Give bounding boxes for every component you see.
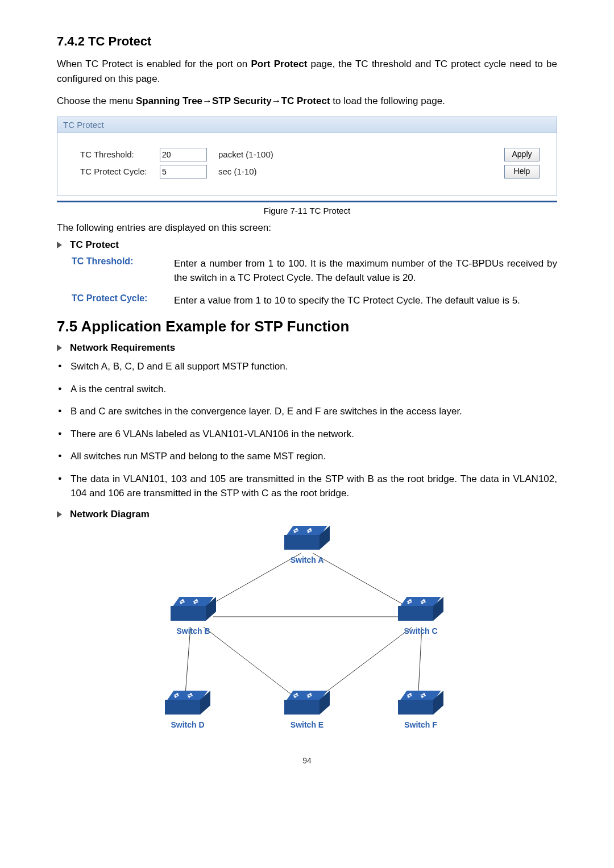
apply-button[interactable]: Apply [504, 148, 540, 161]
def-desc-cycle: Enter a value from 1 to 10 to specify th… [174, 293, 557, 308]
heading-7-5: 7.5 Application Example for STP Function [57, 318, 557, 335]
switch-icon: ⇄ ⇄ [171, 597, 216, 624]
panel-divider [57, 201, 557, 202]
bold-port-protect: Port Protect [251, 59, 307, 69]
req-item: The data in VLAN101, 103 and 105 are tra… [57, 472, 557, 501]
tc-protect-panel: TC Protect TC Threshold: packet (1-100) … [57, 117, 557, 196]
menu-path-bold: Spanning Tree→STP Security→TC Protect [136, 95, 330, 106]
panel-title: TC Protect [57, 117, 557, 133]
def-desc-threshold: Enter a number from 1 to 100. It is the … [174, 256, 557, 285]
switch-icon: ⇄ ⇄ [398, 691, 443, 718]
network-diagram-heading: Network Diagram [70, 509, 150, 520]
req-item: There are 6 VLANs labeled as VLAN101-VLA… [57, 427, 557, 442]
req-item: All switches run MSTP and belong to the … [57, 449, 557, 464]
switch-c-label: Switch C [392, 626, 449, 636]
entries-intro: The following entries are displayed on t… [57, 222, 557, 234]
network-diagram: ⇄ ⇄ Switch A ⇄ ⇄ Switch B ⇄ ⇄ Switch C [159, 526, 455, 742]
requirements-list: Switch A, B, C, D and E all support MSTP… [57, 359, 557, 501]
req-item: A is the central switch. [57, 382, 557, 397]
tc-protect-cycle-label: TC Protect Cycle: [80, 167, 160, 176]
def-term-threshold: TC Threshold: [72, 256, 174, 285]
switch-d-label: Switch D [159, 720, 216, 729]
switch-d: ⇄ ⇄ Switch D [159, 691, 216, 729]
tc-protect-cycle-input[interactable] [160, 165, 207, 178]
switch-b: ⇄ ⇄ Switch B [165, 597, 222, 636]
menu-path-paragraph: Choose the menu Spanning Tree→STP Securi… [57, 94, 557, 109]
tc-protect-cycle-hint: sec (1-10) [218, 167, 257, 176]
menu-para-prefix: Choose the menu [57, 95, 136, 106]
switch-a-label: Switch A [279, 555, 335, 564]
tc-threshold-hint: packet (1-100) [218, 149, 273, 159]
switch-b-label: Switch B [165, 626, 222, 636]
figure-caption: Figure 7-11 TC Protect [57, 206, 557, 215]
switch-icon: ⇄ ⇄ [284, 526, 330, 553]
switch-e-label: Switch E [279, 720, 335, 729]
tc-threshold-label: TC Threshold: [80, 149, 160, 159]
entries-heading: TC Protect [70, 239, 119, 251]
network-requirements-heading: Network Requirements [70, 342, 175, 354]
page-number: 94 [57, 756, 557, 765]
triangle-icon [57, 242, 62, 248]
switch-e: ⇄ ⇄ Switch E [279, 691, 335, 729]
heading-7-4-2: 7.4.2 TC Protect [57, 34, 557, 49]
switch-icon: ⇄ ⇄ [165, 691, 210, 718]
switch-icon: ⇄ ⇄ [398, 597, 443, 624]
req-item: Switch A, B, C, D and E all support MSTP… [57, 359, 557, 374]
intro-paragraph: When TC Protect is enabled for the port … [57, 57, 557, 86]
switch-f: ⇄ ⇄ Switch F [392, 691, 449, 729]
switch-c: ⇄ ⇄ Switch C [392, 597, 449, 636]
switch-icon: ⇄ ⇄ [284, 691, 330, 718]
switch-f-label: Switch F [392, 720, 449, 729]
menu-para-suffix: to load the following page. [330, 95, 445, 106]
tc-threshold-input[interactable] [160, 148, 207, 161]
switch-a: ⇄ ⇄ Switch A [279, 526, 335, 564]
triangle-icon [57, 344, 62, 351]
help-button[interactable]: Help [504, 165, 540, 178]
def-term-cycle: TC Protect Cycle: [72, 293, 174, 308]
triangle-icon [57, 511, 62, 518]
req-item: B and C are switches in the convergence … [57, 404, 557, 419]
